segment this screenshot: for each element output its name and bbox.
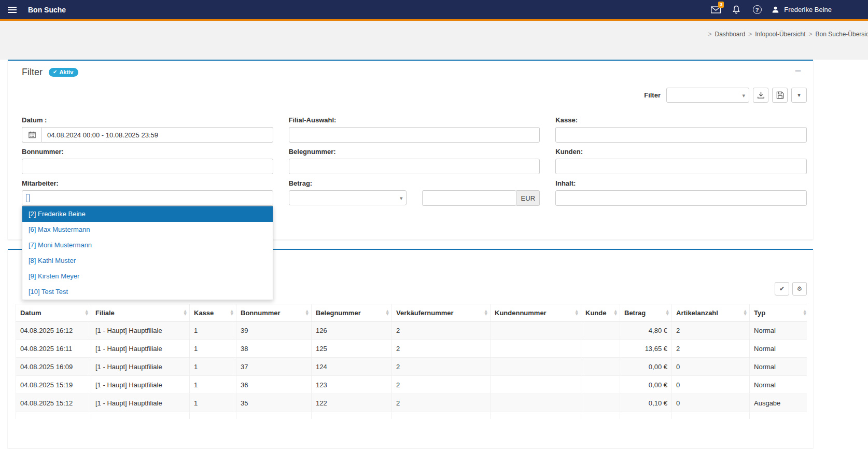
table-cell: 04.08.2025 16:09	[16, 358, 91, 376]
betrag-amount-input[interactable]	[422, 190, 516, 206]
filter-panel: Filter ✔ Aktiv − Filter ▾	[8, 60, 813, 240]
table-cell: 0,10 €	[620, 394, 672, 412]
table-cell: 123	[312, 376, 392, 394]
messages-button[interactable]: 3	[709, 0, 722, 19]
table-cell: Normal	[750, 340, 807, 358]
table-cell: [1 - Haupt] Hauptfiliale	[91, 394, 190, 412]
column-header[interactable]: Kasse▲▼	[190, 304, 236, 321]
sort-icon[interactable]: ▲▼	[744, 310, 747, 316]
breadcrumb-item[interactable]: Infopool-Übersicht	[755, 31, 805, 38]
sort-icon[interactable]: ▲▼	[614, 310, 617, 316]
help-button[interactable]: ?	[750, 0, 764, 19]
filter-preset-select[interactable]: ▾	[666, 88, 749, 103]
table-cell: Normal	[750, 358, 807, 376]
gears-icon: ⚙	[797, 285, 803, 292]
table-cell: 1	[190, 321, 236, 340]
menu-toggle-button[interactable]	[0, 0, 24, 19]
mitarbeiter-input[interactable]	[22, 190, 273, 206]
column-header[interactable]: Betrag▲▼	[620, 304, 672, 321]
mitarbeiter-option[interactable]: [6] Max Mustermann	[22, 222, 273, 237]
column-header-label: Belegnummer	[316, 309, 361, 317]
column-header[interactable]: Datum▲▼	[16, 304, 91, 321]
belegnummer-label: Belegnummer:	[289, 148, 540, 156]
column-header[interactable]: Bonnummer▲▼	[236, 304, 312, 321]
kasse-input[interactable]	[555, 127, 807, 143]
table-settings-button[interactable]: ⚙	[792, 282, 807, 296]
table-cell: 2	[392, 376, 491, 394]
column-header-label: Datum	[20, 309, 41, 317]
betrag-operator-select[interactable]: ▾	[289, 190, 407, 205]
column-header[interactable]: Kunde▲▼	[581, 304, 620, 321]
mitarbeiter-option[interactable]: [8] Kathi Muster	[22, 253, 273, 269]
table-cell: 36	[236, 376, 312, 394]
belegnummer-input[interactable]	[289, 159, 540, 174]
save-icon	[776, 91, 784, 99]
mitarbeiter-option[interactable]: [10] Test Test	[22, 284, 273, 300]
table-cell: 38	[236, 340, 312, 358]
sort-icon[interactable]: ▲▼	[804, 310, 806, 316]
mitarbeiter-option[interactable]: [2] Frederike Beine	[22, 206, 273, 222]
datum-input[interactable]	[41, 127, 273, 143]
table-cell	[16, 412, 91, 419]
table-cell	[190, 412, 236, 419]
table-cell: 2	[392, 340, 491, 358]
column-header-label: Kunde	[585, 309, 606, 317]
table-row[interactable]: 04.08.2025 15:12[1 - Haupt] Hauptfiliale…	[16, 394, 807, 412]
collapse-panel-button[interactable]: −	[791, 65, 805, 76]
column-header[interactable]: Artikelanzahl▲▼	[672, 304, 750, 321]
column-header[interactable]: Verkäufernummer▲▼	[392, 304, 491, 321]
sort-icon[interactable]: ▲▼	[576, 310, 578, 316]
user-menu[interactable]: Frederike Beine	[771, 5, 832, 14]
table-row[interactable]: 04.08.2025 16:11[1 - Haupt] Hauptfiliale…	[16, 340, 807, 358]
sort-icon[interactable]: ▲▼	[666, 310, 669, 316]
table-cell: 0	[672, 376, 750, 394]
filter-form: Datum : Filial-Auswahl:	[8, 116, 813, 240]
sort-icon[interactable]: ▲▼	[386, 310, 389, 316]
calendar-icon[interactable]	[22, 127, 41, 143]
table-cell	[581, 376, 620, 394]
apply-selection-button[interactable]: ✔	[775, 282, 789, 296]
column-header[interactable]: Belegnummer▲▼	[312, 304, 392, 321]
kunden-label: Kunden:	[555, 148, 807, 156]
notifications-button[interactable]	[730, 0, 743, 19]
table-row[interactable]	[16, 412, 807, 419]
column-header[interactable]: Filiale▲▼	[91, 304, 190, 321]
filial-input[interactable]	[289, 127, 540, 143]
filter-preset-row: Filter ▾ ▾	[8, 77, 813, 116]
table-cell: 2	[392, 394, 491, 412]
sort-icon[interactable]: ▲▼	[184, 310, 187, 316]
bonnummer-input[interactable]	[22, 159, 273, 174]
check-icon: ✔	[53, 69, 57, 75]
download-filter-button[interactable]	[753, 88, 768, 103]
table-row[interactable]: 04.08.2025 16:12[1 - Haupt] Hauptfiliale…	[16, 321, 807, 340]
table-cell: 1	[190, 340, 236, 358]
column-header[interactable]: Kundennummer▲▼	[491, 304, 581, 321]
kunden-input[interactable]	[555, 159, 807, 174]
column-header[interactable]: Typ▲▼	[750, 304, 807, 321]
sort-icon[interactable]: ▲▼	[485, 310, 487, 316]
breadcrumb-item[interactable]: Dashboard	[715, 31, 745, 38]
save-filter-button[interactable]	[772, 88, 788, 103]
table-row[interactable]: 04.08.2025 16:09[1 - Haupt] Hauptfiliale…	[16, 358, 807, 376]
table-cell: 126	[312, 321, 392, 340]
sort-icon[interactable]: ▲▼	[86, 310, 88, 316]
inhalt-input[interactable]	[555, 190, 807, 206]
table-cell	[491, 358, 581, 376]
mitarbeiter-option[interactable]: [7] Moni Mustermann	[22, 237, 273, 253]
table-cell	[491, 412, 581, 419]
field-datum: Datum :	[22, 116, 273, 143]
table-cell	[672, 412, 750, 419]
filter-more-button[interactable]: ▾	[791, 88, 807, 103]
column-header-label: Kasse	[194, 309, 214, 317]
sort-icon[interactable]: ▲▼	[231, 310, 233, 316]
table-cell: 4,80 €	[620, 321, 672, 340]
sort-icon[interactable]: ▲▼	[306, 310, 309, 316]
mitarbeiter-option[interactable]: [9] Kirsten Meyer	[22, 269, 273, 284]
currency-addon: EUR	[516, 190, 540, 206]
table-row[interactable]: 04.08.2025 15:19[1 - Haupt] Hauptfiliale…	[16, 376, 807, 394]
betrag-label: Betrag:	[289, 179, 540, 187]
content-area: Filter ✔ Aktiv − Filter ▾	[8, 60, 813, 448]
table-cell: 1	[190, 394, 236, 412]
breadcrumb-item[interactable]: Bon Suche-Übersicht	[816, 31, 868, 38]
inhalt-label: Inhalt:	[555, 179, 807, 187]
